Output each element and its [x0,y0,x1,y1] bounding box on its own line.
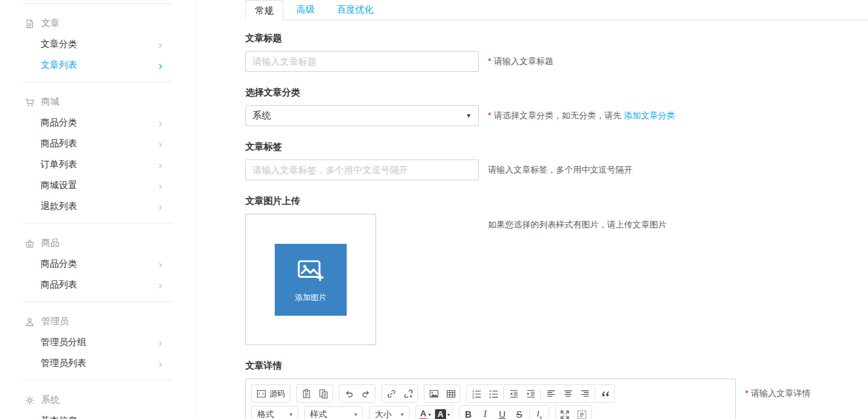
bold-button[interactable]: B [460,407,477,419]
article-title-input[interactable] [245,51,479,72]
sidebar-item-goods-list[interactable]: 商品列表 › [23,133,173,154]
sidebar-section-label: 商城 [41,96,60,108]
size-select[interactable]: 大小 ▾ [369,406,409,419]
add-category-link[interactable]: 添加文章分类 [624,110,675,120]
chevron-right-icon: › [158,60,162,71]
text-color-button[interactable]: A ▾ [417,407,434,419]
redo-button[interactable] [357,386,374,401]
sidebar-item-goods-category[interactable]: 商品分类 › [23,112,173,133]
sidebar-item-admin-group[interactable]: 管理员分组 › [23,332,173,353]
field-article-image: 文章图片上传 添加图片 如果您选择的列表样 [245,195,868,345]
chevron-right-icon: › [158,358,162,369]
user-icon [25,317,35,327]
paste-button[interactable] [298,386,315,401]
sidebar-item-mall-settings[interactable]: 商城设置 › [23,175,173,196]
maximize-icon [560,410,570,419]
tab-baidu-seo[interactable]: 百度优化 [328,0,383,20]
insert-image-button[interactable] [425,386,442,401]
sidebar-item-label: 基本信息 [41,415,77,419]
sidebar-item-label: 退款列表 [41,201,77,212]
sidebar-item-label: 商城设置 [41,180,77,192]
ordered-list-button[interactable]: 123 [468,386,485,401]
sidebar-item-product-list[interactable]: 商品列表 › [23,275,173,295]
app: 文章 文章分类 › 文章列表 › 商城 商品分类 › 商品列表 › 订单列表 › [0,0,868,419]
sidebar-section-label: 商品 [41,237,60,249]
detail-required-hint: *请输入文章详情 [745,388,810,399]
link-button[interactable] [383,386,400,401]
sidebar-item-article-list[interactable]: 文章列表 › [23,55,173,76]
field-article-tags: 文章标签 请输入文章标签，多个用中文逗号隔开 [245,141,868,180]
category-required-hint: *请选择文章分类，如无分类，请先 添加文章分类 [488,110,675,122]
unlink-button[interactable] [400,386,417,401]
sidebar-item-basic-info[interactable]: 基本信息 › [23,411,173,419]
basket-icon [25,239,35,248]
remove-format-icon: Ix [536,409,542,419]
tab-bar: 常规 高级 百度优化 [245,0,868,20]
italic-button[interactable]: I [477,407,494,419]
sidebar-section-mall: 商城 [23,92,173,112]
table-icon [446,389,456,399]
align-right-button[interactable] [576,386,593,401]
bg-color-button[interactable]: A ▾ [434,407,451,419]
maximize-button[interactable] [557,407,574,419]
blockquote-button[interactable] [597,386,614,401]
selected-option: 系统 [252,110,271,122]
article-category-select[interactable]: 系统 ▼ [245,105,479,126]
sidebar-section-admin: 管理员 [23,311,173,332]
style-select[interactable]: 样式 ▾ [304,406,363,419]
field-label: 文章标签 [245,141,868,153]
strikethrough-button[interactable]: S [511,407,528,419]
undo-button[interactable] [340,386,357,401]
unordered-list-button[interactable] [485,386,502,401]
blockquote-icon [600,389,610,399]
article-tags-input[interactable] [245,159,479,180]
unordered-list-icon [489,389,498,399]
paste-text-button[interactable] [315,386,332,401]
chevron-right-icon: › [158,180,162,192]
underline-button[interactable]: U [494,407,511,419]
tab-advanced[interactable]: 高级 [287,0,324,20]
source-button[interactable]: 源码 [252,386,289,401]
field-article-category: 选择文章分类 系统 ▼ *请选择文章分类，如无分类，请先 添加文章分类 [245,87,868,126]
chevron-right-icon: › [158,337,162,348]
chevron-right-icon: › [158,416,162,419]
toolbar-separator [529,409,530,419]
redo-icon [361,389,371,399]
insert-table-button[interactable] [442,386,459,401]
sidebar-item-label: 商品分类 [41,258,77,270]
format-select[interactable]: 格式 ▾ [251,406,298,419]
sidebar-divider [23,82,173,82]
align-left-button[interactable] [542,386,559,401]
sidebar-item-label: 管理员列表 [41,358,86,369]
article-icon [25,19,35,29]
required-asterisk: * [488,56,491,66]
align-left-icon [546,389,556,399]
tab-general[interactable]: 常规 [245,0,283,20]
sidebar-item-article-category[interactable]: 文章分类 › [23,34,173,55]
sidebar-item-refund-list[interactable]: 退款列表 › [23,196,173,217]
article-form: 文章标题 *请输入文章标题 选择文章分类 系统 [245,20,868,419]
chevron-right-icon: › [158,139,162,150]
toolbar-separator [595,388,595,399]
field-label: 文章标题 [245,33,868,44]
add-image-button[interactable]: 添加图片 [275,244,347,316]
dropdown-caret-icon: ▾ [428,412,431,418]
sidebar-item-product-category[interactable]: 商品分类 › [23,254,173,275]
sidebar-item-label: 商品列表 [41,138,77,150]
remove-format-button[interactable]: Ix [531,407,548,419]
strikethrough-icon: S [516,409,522,419]
field-label: 文章详情 [245,360,868,372]
rich-text-editor: 源码 [245,378,736,419]
align-center-button[interactable] [559,386,576,401]
sidebar-item-admin-list[interactable]: 管理员列表 › [23,353,173,374]
hint-text: 如果您选择的列表样式有图片，请上传文章图片 [488,220,667,229]
chevron-right-icon: › [158,259,162,270]
indent-button[interactable] [522,386,539,401]
outdent-button[interactable] [505,386,522,401]
bold-icon: B [465,409,472,419]
sidebar-item-order-list[interactable]: 订单列表 › [23,154,173,175]
image-icon [429,389,439,399]
show-blocks-icon [577,410,587,419]
field-label: 选择文章分类 [245,87,868,99]
show-blocks-button[interactable] [574,407,591,419]
